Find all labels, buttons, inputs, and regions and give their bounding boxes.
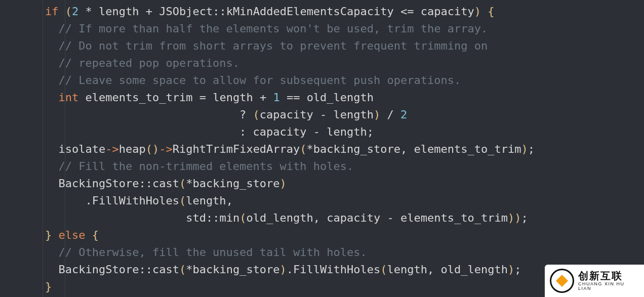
code-block: if (2 * length + JSObject::kMinAddedElem… xyxy=(0,0,644,295)
code-token: length xyxy=(99,5,139,18)
code-token: :: xyxy=(213,5,226,18)
code-token: )) xyxy=(508,211,521,224)
code-token: length xyxy=(327,125,367,138)
code-token: ) xyxy=(474,5,481,18)
code-token: :: xyxy=(139,177,152,190)
code-token: == xyxy=(280,91,307,104)
code-token: ( xyxy=(65,5,72,18)
code-token: // Leave some space to allow for subsequ… xyxy=(58,74,461,87)
code-token: ; xyxy=(514,263,521,276)
code-token: ( xyxy=(380,263,387,276)
code-token: { xyxy=(488,5,494,18)
code-token: FillWithHoles xyxy=(92,194,179,207)
code-token: backing_store xyxy=(313,143,400,155)
code-token: ) xyxy=(280,177,287,190)
code-token: , xyxy=(313,211,327,224)
code-token: ; xyxy=(528,143,535,155)
code-token: // Do not trim from short arrays to prev… xyxy=(58,39,488,52)
code-token xyxy=(52,229,58,241)
code-token: elements_to_trim xyxy=(400,211,508,224)
code-token: ( xyxy=(179,194,186,207)
code-token: - xyxy=(313,108,334,121)
code-token: 2 xyxy=(72,5,78,18)
code-token: old_length xyxy=(441,263,508,276)
indent-guide xyxy=(43,0,43,297)
code-token: ) xyxy=(508,263,514,276)
code-token: std xyxy=(186,211,206,224)
code-token: elements_to_trim xyxy=(414,143,521,155)
code-token: ) xyxy=(521,143,528,155)
code-token: heap xyxy=(119,143,146,155)
code-token: :: xyxy=(206,211,220,224)
code-token: . xyxy=(287,263,293,276)
code-token: ( xyxy=(300,143,306,155)
code-token: ; xyxy=(367,125,374,138)
code-token: RightTrimFixedArray xyxy=(173,143,300,155)
code-token: BackingStore xyxy=(58,263,139,276)
code-token: capacity xyxy=(253,125,307,138)
code-editor-viewport: if (2 * length + JSObject::kMinAddedElem… xyxy=(0,0,644,297)
code-token: length xyxy=(213,91,253,104)
code-token: length xyxy=(334,108,374,121)
code-token: ( xyxy=(239,211,246,224)
code-token: + xyxy=(253,91,273,104)
code-token xyxy=(58,5,65,18)
code-token: // repeated pop operations. xyxy=(58,57,239,69)
code-token: , xyxy=(400,143,414,155)
code-token: ( xyxy=(179,263,186,276)
code-token: // If more than half the elements won't … xyxy=(58,22,488,35)
code-token: , xyxy=(427,263,441,276)
code-token: * xyxy=(186,177,192,190)
code-token: backing_store xyxy=(192,177,279,190)
code-token: : xyxy=(239,125,253,138)
code-token: () xyxy=(146,143,159,155)
code-token: length xyxy=(186,194,226,207)
code-token: kMinAddedElementsCapacity xyxy=(226,5,394,18)
watermark-en: CHUANG XIN HU LIAN xyxy=(578,282,639,291)
code-token: old_length xyxy=(246,211,313,224)
code-token: old_length xyxy=(307,91,374,104)
code-token: -> xyxy=(159,143,173,155)
code-token: * xyxy=(78,5,99,18)
code-token: backing_store xyxy=(192,263,279,276)
code-token: 1 xyxy=(273,91,279,104)
code-token: / xyxy=(380,108,400,121)
code-token: cast xyxy=(152,263,179,276)
watermark-text: 创新互联 CHUANG XIN HU LIAN xyxy=(578,271,639,291)
watermark-logo-icon xyxy=(550,269,574,293)
code-token: } xyxy=(45,280,52,293)
code-token: // Fill the non-trimmed elements with ho… xyxy=(58,160,353,173)
code-token: - xyxy=(380,211,400,224)
watermark-cn: 创新互联 xyxy=(578,271,639,281)
code-token: ( xyxy=(179,177,186,190)
code-token: int xyxy=(58,91,78,104)
code-token: min xyxy=(219,211,239,224)
code-token: if xyxy=(45,5,59,18)
code-token: ( xyxy=(253,108,260,121)
code-token: capacity xyxy=(421,5,474,18)
code-token: = xyxy=(192,91,213,104)
code-token xyxy=(85,229,92,241)
code-token: <= xyxy=(394,5,421,18)
code-token: :: xyxy=(139,263,152,276)
code-token xyxy=(481,5,488,18)
code-token: 2 xyxy=(400,108,407,121)
code-token: , xyxy=(226,194,233,207)
code-token: } xyxy=(45,229,52,241)
code-token: ; xyxy=(521,211,528,224)
code-token xyxy=(78,91,85,104)
code-token: // Otherwise, fill the unused tail with … xyxy=(58,246,367,259)
code-token: capacity xyxy=(327,211,380,224)
code-token: isolate xyxy=(58,143,105,155)
watermark-badge: 创新互联 CHUANG XIN HU LIAN xyxy=(545,265,644,297)
code-token: ) xyxy=(280,263,287,276)
code-token: * xyxy=(307,143,313,155)
code-token: length xyxy=(387,263,427,276)
code-token: { xyxy=(92,229,99,241)
code-token: -> xyxy=(105,143,119,155)
code-token: JSObject xyxy=(159,5,213,18)
code-token: BackingStore xyxy=(58,177,139,190)
indent-guide xyxy=(65,0,65,297)
code-token: * xyxy=(186,263,192,276)
code-token: cast xyxy=(152,177,179,190)
